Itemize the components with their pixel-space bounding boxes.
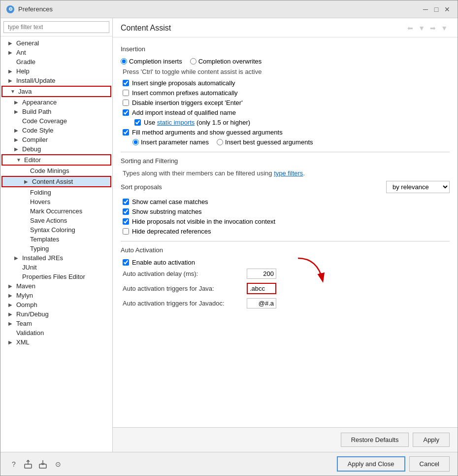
sidebar-item-code-style[interactable]: ▶ Code Style [0,126,112,135]
sidebar-item-gradle[interactable]: ▶ Gradle [0,57,112,67]
settings-icon[interactable]: ⊙ [53,459,64,470]
hide-invisible-checkbox[interactable]: Hide proposals not visible in the invoca… [121,218,450,225]
sidebar-item-syntax-coloring[interactable]: ▶ Syntax Coloring [0,225,112,235]
hide-deprecated-checkbox[interactable]: Hide deprecated references [121,228,450,235]
sidebar-item-validation[interactable]: ▶ Validation [0,328,112,338]
sidebar-item-xml[interactable]: ▶ XML [0,338,112,347]
java-triggers-row: Auto activation triggers for Java: [121,283,450,294]
hide-invisible-input[interactable] [123,218,129,225]
close-button[interactable]: ✕ [443,5,452,14]
sidebar-item-templates[interactable]: ▶ Templates [0,235,112,244]
camel-case-input[interactable] [123,199,129,205]
forward-dropdown-button[interactable]: ▼ [439,23,450,33]
sidebar-item-mylyn[interactable]: ▶ Mylyn [0,291,112,300]
sidebar-item-run-debug[interactable]: ▶ Run/Debug [0,309,112,319]
sidebar-label-code-coverage: Code Coverage [22,117,67,125]
sidebar-item-java[interactable]: ▼ Java [1,86,111,97]
best-guessed-input[interactable] [217,139,223,145]
sidebar-item-junit[interactable]: ▶ JUnit [0,263,112,272]
use-static-checkbox[interactable]: Use static imports (only 1.5 or higher) [121,119,450,126]
add-import-input[interactable] [123,109,129,116]
cancel-button[interactable]: Cancel [409,456,450,472]
sidebar-item-typing[interactable]: ▶ Typing [0,244,112,253]
disable-triggers-input[interactable] [123,100,129,106]
sidebar-item-folding[interactable]: ▶ Folding [0,188,112,197]
expand-arrow-xml: ▶ [8,340,14,345]
best-guessed-radio[interactable]: Insert best guessed arguments [217,138,313,146]
right-panel: Content Assist ⬅ ▼ ➡ ▼ Insertion [113,18,458,452]
sidebar-label-hovers: Hovers [30,198,50,205]
export-icon[interactable] [23,459,34,470]
substring-checkbox[interactable]: Show substring matches [121,208,450,215]
sidebar-item-install-update[interactable]: ▶ Install/Update [0,76,112,85]
add-import-label: Add import instead of qualified name [132,109,236,116]
sidebar-item-code-coverage[interactable]: ▶ Code Coverage [0,116,112,126]
sidebar-item-build-path[interactable]: ▶ Build Path [0,107,112,116]
app-icon: ⚙ [6,5,14,13]
sidebar-item-save-actions[interactable]: ▶ Save Actions [0,216,112,225]
apply-and-close-button[interactable]: Apply and Close [337,456,405,472]
insert-common-checkbox[interactable]: Insert common prefixes automatically [121,89,450,97]
filter-input[interactable] [3,21,109,33]
maximize-button[interactable]: □ [432,5,441,14]
expand-arrow-editor: ▼ [16,157,22,163]
divider-1 [121,152,450,152]
sidebar-label-gradle: Gradle [16,58,35,66]
sidebar-item-debug[interactable]: ▶ Debug [0,144,112,154]
expand-arrow-compiler: ▶ [14,137,20,142]
javadoc-triggers-input[interactable] [247,298,276,308]
sidebar-item-ant[interactable]: ▶ Ant [0,48,112,57]
help-icon[interactable]: ? [8,459,19,470]
sort-proposals-select[interactable]: by relevance alphabetically [386,181,450,193]
fill-method-input[interactable] [123,129,129,136]
back-dropdown-button[interactable]: ▼ [416,23,427,33]
delay-input[interactable] [247,269,276,279]
sidebar-item-content-assist[interactable]: ▶ Content Assist [1,176,111,187]
completion-overwrites-input[interactable] [190,58,196,65]
sidebar-label-help: Help [16,68,30,75]
sidebar-item-appearance[interactable]: ▶ Appearance [0,98,112,107]
substring-input[interactable] [123,208,129,215]
back-button[interactable]: ⬅ [405,23,415,33]
java-triggers-input[interactable] [247,283,276,294]
hide-deprecated-input[interactable] [123,228,129,235]
apply-button[interactable]: Apply [413,433,450,447]
parameter-names-radio[interactable]: Insert parameter names [132,138,209,146]
sidebar-item-properties-files-editor[interactable]: ▶ Properties Files Editor [0,272,112,281]
sidebar-item-editor[interactable]: ▼ Editor [1,154,111,166]
forward-button[interactable]: ➡ [428,23,438,33]
sidebar-item-hovers[interactable]: ▶ Hovers [0,197,112,206]
insert-single-checkbox[interactable]: Insert single proposals automatically [121,79,450,87]
sidebar-item-oomph[interactable]: ▶ Oomph [0,300,112,309]
static-imports-link[interactable]: static imports [157,119,195,126]
sidebar-item-compiler[interactable]: ▶ Compiler [0,135,112,144]
sidebar-item-installed-jres[interactable]: ▶ Installed JREs [0,253,112,263]
completion-inserts-radio[interactable]: Completion inserts [121,58,182,65]
fill-method-checkbox[interactable]: Fill method arguments and show guessed a… [121,129,450,136]
enable-auto-input[interactable] [123,259,129,266]
sidebar-item-team[interactable]: ▶ Team [0,319,112,328]
import-icon[interactable] [38,459,49,470]
parameter-names-input[interactable] [132,139,139,145]
sidebar-item-mark-occurrences[interactable]: ▶ Mark Occurrences [0,206,112,216]
restore-defaults-button[interactable]: Restore Defaults [341,433,409,447]
panel-title: Content Assist [121,24,171,33]
camel-case-checkbox[interactable]: Show camel case matches [121,198,450,205]
sorting-label: Sorting and Filtering [121,157,450,165]
completion-overwrites-radio[interactable]: Completion overwrites [190,58,262,65]
add-import-checkbox[interactable]: Add import instead of qualified name [121,109,450,116]
sidebar-item-maven[interactable]: ▶ Maven [0,281,112,291]
insert-common-input[interactable] [123,90,129,96]
sidebar-item-general[interactable]: ▶ General [0,38,112,48]
minimize-button[interactable]: ─ [421,5,430,14]
enable-auto-checkbox[interactable]: Enable auto activation [121,259,450,266]
sidebar-item-help[interactable]: ▶ Help [0,67,112,76]
completion-inserts-input[interactable] [121,58,127,65]
sidebar-label-appearance: Appearance [22,99,57,106]
type-filters-link[interactable]: type filters [274,170,303,177]
sidebar-item-code-minings[interactable]: ▶ Code Minings [0,166,112,175]
insert-single-input[interactable] [123,80,129,86]
hide-invisible-label: Hide proposals not visible in the invoca… [132,218,275,225]
use-static-input[interactable] [134,119,141,126]
disable-triggers-checkbox[interactable]: Disable insertion triggers except 'Enter… [121,99,450,106]
